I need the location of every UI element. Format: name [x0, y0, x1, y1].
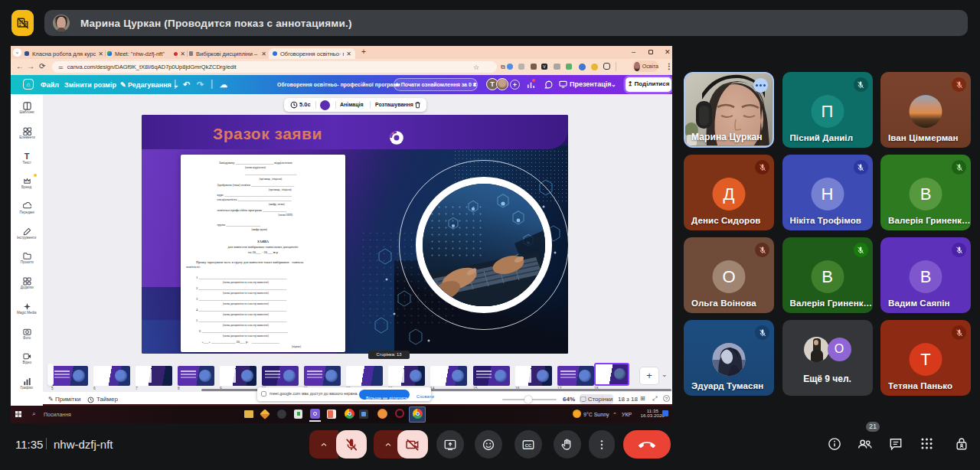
- svg-text:CC: CC: [525, 442, 532, 447]
